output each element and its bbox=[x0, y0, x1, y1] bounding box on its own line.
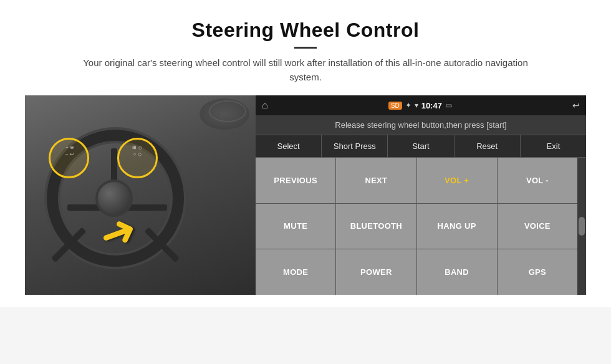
headunit-panel: ⌂ SD ✦ ▾ 10:47 ▭ ↩ Release steering whee… bbox=[256, 95, 586, 295]
ctrl-btn-select[interactable]: Select bbox=[256, 135, 322, 157]
function-grid: PREVIOUSNEXTVOL +VOL -MUTEBLUETOOTHHANG … bbox=[256, 158, 577, 295]
scrollbar[interactable] bbox=[577, 158, 586, 295]
bluetooth-icon: ✦ bbox=[405, 101, 411, 110]
sd-icon: SD bbox=[388, 102, 402, 110]
instruction-bar: Release steering wheel button,then press… bbox=[256, 115, 586, 135]
steering-wheel-image: + ⊕ − ↩ ⊞ ◇ ○ ◇ ➜ bbox=[25, 95, 256, 295]
grid-cell-hangminusup[interactable]: HANG UP bbox=[417, 204, 497, 249]
status-time: 10:47 bbox=[421, 101, 442, 110]
page-subtitle: Your original car's steering wheel contr… bbox=[69, 56, 542, 84]
grid-cell-gps[interactable]: GPS bbox=[498, 249, 577, 295]
grid-cell-volminusminus[interactable]: VOL - bbox=[498, 158, 577, 203]
grid-wrapper: PREVIOUSNEXTVOL +VOL -MUTEBLUETOOTHHANG … bbox=[256, 158, 586, 295]
statusbar: ⌂ SD ✦ ▾ 10:47 ▭ ↩ bbox=[256, 95, 586, 115]
grid-cell-voice[interactable]: VOICE bbox=[498, 204, 577, 249]
ctrl-btn-reset[interactable]: Reset bbox=[455, 135, 521, 157]
grid-cell-bluetooth[interactable]: BLUETOOTH bbox=[336, 204, 416, 249]
wifi-icon: ▾ bbox=[415, 101, 418, 110]
page-title: Steering Wheel Control bbox=[25, 19, 586, 42]
status-icons: SD ✦ ▾ 10:47 ▭ bbox=[388, 101, 452, 110]
grid-cell-band[interactable]: BAND bbox=[417, 249, 497, 295]
scroll-thumb bbox=[579, 217, 585, 236]
back-icon[interactable]: ↩ bbox=[572, 100, 580, 110]
page-wrapper: Steering Wheel Control Your original car… bbox=[0, 0, 611, 307]
title-divider bbox=[294, 47, 317, 49]
title-section: Steering Wheel Control Your original car… bbox=[25, 19, 586, 84]
content-area: + ⊕ − ↩ ⊞ ◇ ○ ◇ ➜ ⌂ SD ✦ ▾ 10:4 bbox=[25, 95, 586, 295]
battery-icon: ▭ bbox=[445, 101, 452, 110]
grid-cell-next[interactable]: NEXT bbox=[336, 158, 416, 203]
ctrl-btn-start[interactable]: Start bbox=[388, 135, 454, 157]
grid-cell-mute[interactable]: MUTE bbox=[256, 204, 335, 249]
controls-row: SelectShort PressStartResetExit bbox=[256, 135, 586, 158]
ctrl-btn-exit[interactable]: Exit bbox=[521, 135, 586, 157]
grid-cell-power[interactable]: POWER bbox=[336, 249, 416, 295]
grid-cell-volminusplus[interactable]: VOL + bbox=[417, 158, 497, 203]
grid-cell-mode[interactable]: MODE bbox=[256, 249, 335, 295]
grid-cell-previous[interactable]: PREVIOUS bbox=[256, 158, 335, 203]
home-icon[interactable]: ⌂ bbox=[262, 100, 268, 111]
ctrl-btn-short-press[interactable]: Short Press bbox=[322, 135, 388, 157]
